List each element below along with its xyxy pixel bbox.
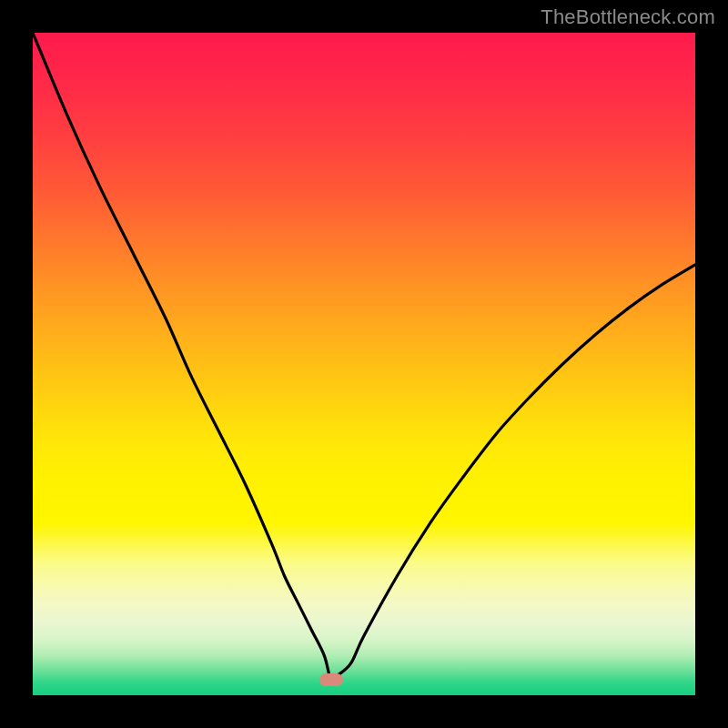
plot-area: [33, 33, 695, 695]
chart-frame: TheBottleneck.com: [0, 0, 728, 728]
watermark-text: TheBottleneck.com: [541, 5, 715, 29]
curve-path: [33, 33, 695, 681]
optimum-marker: [319, 673, 343, 686]
bottleneck-curve: [33, 33, 695, 695]
